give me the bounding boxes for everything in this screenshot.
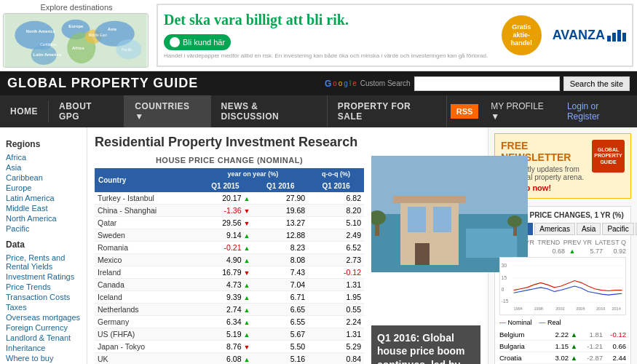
country-cell: Iceland (95, 291, 198, 304)
table-row: US (FHFA) 5.19 ▲ 5.67 1.31 (95, 328, 364, 341)
search-button[interactable]: Search the site (563, 76, 630, 91)
trend-arrow-up: ▲ (243, 245, 250, 252)
trend-up-icon: ▲ (569, 331, 579, 339)
sidebar-link-latin[interactable]: Latin America (6, 193, 81, 203)
svg-rect-25 (466, 229, 517, 258)
nav-countries[interactable]: COUNTRIES ▼ (124, 95, 210, 127)
svg-text:-15: -15 (502, 298, 509, 304)
trend-arrow-up: ▲ (243, 319, 250, 326)
y2016-cell: 6.65 (253, 304, 308, 316)
y2016-cell: 13.27 (253, 217, 308, 229)
y2015-cell: -1.36 ▼ (198, 205, 253, 217)
table-row: Sweden 9.14 ▲ 12.88 2.49 (95, 229, 364, 242)
nav-login[interactable]: Login or Register (561, 95, 637, 127)
table-row: China - Shanghai -1.36 ▼ 19.68 8.20 (95, 205, 364, 217)
country-cell: Canada (95, 279, 198, 291)
ad-cta[interactable]: ▶ Bli kund här (164, 34, 231, 50)
svg-text:Europe: Europe (68, 24, 84, 28)
table-row: Germany 6.34 ▲ 6.55 2.24 (95, 316, 364, 328)
search-input[interactable] (414, 76, 560, 91)
nav-profile[interactable]: MY PROFILE ▼ (482, 95, 561, 127)
th-qoq: q-o-q (%) (308, 168, 364, 180)
property-image-news: Q1 2016: Global house price boom continu… (371, 156, 480, 364)
explore-title: Explore destinations (3, 3, 150, 12)
sidebar-link-asia[interactable]: Asia (6, 162, 81, 173)
nav-right: RSS MY PROFILE ▼ Login or Register (447, 95, 637, 127)
sidebar-link-price-rents[interactable]: Price, Rents and Rental Yields (6, 253, 81, 272)
table-row: Ireland 16.79 ▼ 7.43 -0.12 (95, 266, 364, 279)
svg-text:15: 15 (502, 275, 507, 280)
country-cell: Romania (95, 242, 198, 254)
y2015-cell: 6.34 ▲ (198, 316, 253, 328)
y2016-cell: 7.04 (253, 279, 308, 291)
y2015-cell: -0.21 ▲ (198, 242, 253, 254)
nav-news[interactable]: NEWS & DISCUSSION (211, 95, 328, 127)
table-row: Iceland 9.39 ▲ 6.71 1.95 (95, 291, 364, 304)
chart-prev: -2.87 (579, 354, 603, 362)
sidebar-link-where[interactable]: Where to buy property (6, 353, 81, 364)
house-price-section: HOUSE PRICE CHANGE (NOMINAL) Country yea… (95, 156, 480, 364)
sidebar-link-caribbean[interactable]: Caribbean (6, 173, 81, 183)
qoq-cell: 0.55 (308, 304, 364, 316)
chart-tab-pacific[interactable]: Pacific (602, 223, 633, 235)
sidebar-link-namerica[interactable]: North America (6, 213, 81, 223)
nav-rss[interactable]: RSS (451, 104, 479, 119)
y2016-cell: 8.23 (253, 242, 308, 254)
chart-latest: 3.02 (545, 354, 569, 362)
world-map: North America Caribbean Latin America Eu… (3, 13, 149, 68)
regions-title: Regions (6, 139, 81, 149)
chart-latest: 2.22 (545, 331, 569, 339)
svg-text:Pacific: Pacific (122, 48, 132, 52)
trend-arrow-up: ▲ (243, 294, 250, 301)
nav-property[interactable]: PROPERTY FOR SALE (328, 95, 447, 127)
sidebar-link-currency[interactable]: Foreign Currency (6, 323, 81, 333)
qoq-cell: -0.12 (308, 266, 364, 279)
sidebar-link-taxes[interactable]: Taxes (6, 302, 81, 312)
search-area: Google Custom Search Search the site (325, 76, 630, 91)
nav-home[interactable]: HOME (0, 100, 49, 122)
sidebar-link-trends[interactable]: Price Trends (6, 282, 81, 292)
country-cell: Germany (95, 316, 198, 328)
sidebar-link-transaction[interactable]: Transaction Costs (6, 292, 81, 302)
sidebar-link-mortgages[interactable]: Overseas mortgages (6, 312, 81, 323)
y2016-cell: 5.67 (253, 328, 308, 341)
sidebar-link-landlord[interactable]: Landlord & Tenant (6, 333, 81, 343)
svg-text:Asia: Asia (108, 27, 117, 31)
chart-q: -0.12 (603, 331, 626, 339)
y2015-cell: 8.76 ▼ (198, 341, 253, 353)
country-cell: China - Shanghai (95, 205, 198, 217)
sidebar-link-europe[interactable]: Europe (6, 183, 81, 193)
trend-up-icon: ▲ (569, 342, 579, 350)
country-cell: Qatar (95, 217, 198, 229)
country-cell: Sweden (95, 229, 198, 242)
news-headline: Q1 2016: Global house price boom continu… (377, 331, 475, 364)
ad-banner: Det ska vara billigt att bli rik. ▶ Bli … (157, 4, 633, 67)
sidebar-link-investment[interactable]: Investment Ratings (6, 272, 81, 282)
sidebar-link-africa[interactable]: Africa (6, 152, 81, 162)
table-row: Mexico 4.90 ▲ 8.08 2.73 (95, 254, 364, 266)
chart-tab-americas[interactable]: Americas (534, 223, 575, 235)
trend-arrow-up: ▲ (243, 282, 250, 289)
trend-arrow-down: ▼ (243, 207, 250, 215)
content-area: Regions Africa Asia Caribbean Europe Lat… (0, 127, 637, 364)
chart-area: 30 15 0 -15 1994 1998 2002 2006 2010 201… (499, 257, 626, 315)
country-cell: Netherlands (95, 304, 198, 316)
svg-text:2010: 2010 (596, 306, 605, 311)
trend-arrow-up: ▲ (243, 257, 250, 264)
main-content: Residential Property Investment Research… (87, 127, 488, 364)
sidebar-link-mideast[interactable]: Middle East (6, 203, 81, 213)
table-row: UK 6.08 ▲ 5.16 0.84 (95, 353, 364, 365)
y2016-cell: 27.90 (253, 192, 308, 205)
chart-tab-asia[interactable]: Asia (577, 223, 601, 235)
sidebar-link-pacific[interactable]: Pacific (6, 223, 81, 234)
chart-rows: Belgium 2.22 ▲ 1.81 -0.12 Bulgaria 1.15 … (499, 329, 626, 364)
qoq-cell: 2.49 (308, 229, 364, 242)
qoq-cell: 6.82 (308, 192, 364, 205)
svg-text:1994: 1994 (514, 306, 523, 311)
ad-headline: Det ska vara billigt att bli rik. (164, 12, 491, 28)
nav-about[interactable]: ABOUT GPG (49, 95, 124, 127)
sidebar-link-inheritance[interactable]: Inheritance (6, 343, 81, 353)
ad-disclaimer: Handel i värdepapper medför alltid en ri… (164, 52, 491, 59)
qoq-cell: 8.20 (308, 205, 364, 217)
chart-legend: — Nominal — Real (499, 319, 626, 326)
